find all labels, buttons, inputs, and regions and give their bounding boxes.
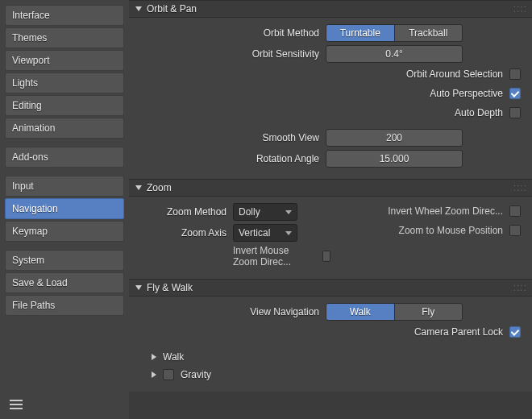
view-nav-option-walk[interactable]: Walk xyxy=(326,304,394,320)
orbit-method-option-turntable[interactable]: Turntable xyxy=(326,25,394,41)
chevron-right-icon xyxy=(152,354,156,360)
drag-grip-icon: :::: xyxy=(513,3,527,15)
panel-header-orbit-pan[interactable]: Orbit & Pan :::: xyxy=(129,0,532,18)
panel-header-fly-walk[interactable]: Fly & Walk :::: xyxy=(129,279,532,297)
sidebar-item-save-load[interactable]: Save & Load xyxy=(5,272,124,293)
orbit-around-selection-label: Orbit Around Selection xyxy=(406,68,503,80)
invert-wheel-zoom-label: Invert Wheel Zoom Direc... xyxy=(388,205,503,217)
sidebar-item-file-paths[interactable]: File Paths xyxy=(5,295,124,316)
sidebar-item-interface[interactable]: Interface xyxy=(5,5,124,26)
sidebar-item-themes[interactable]: Themes xyxy=(5,27,124,48)
sidebar-item-editing[interactable]: Editing xyxy=(5,95,124,116)
sidebar-item-navigation[interactable]: Navigation xyxy=(5,198,124,219)
sidebar-item-add-ons[interactable]: Add-ons xyxy=(5,147,124,168)
panel-body-fly-walk: View Navigation WalkFly Camera Parent Lo… xyxy=(129,297,532,392)
gravity-checkbox[interactable] xyxy=(163,369,174,380)
panel-title: Fly & Walk xyxy=(147,282,193,293)
sidebar-item-lights[interactable]: Lights xyxy=(5,73,124,93)
auto-perspective-label: Auto Perspective xyxy=(430,88,503,99)
drag-grip-icon: :::: xyxy=(513,282,527,293)
panel-title: Orbit & Pan xyxy=(147,3,197,15)
view-nav-option-fly[interactable]: Fly xyxy=(394,304,463,320)
walk-subpanel-header[interactable]: Walk xyxy=(140,348,521,366)
chevron-down-icon xyxy=(135,185,142,190)
sidebar-item-animation[interactable]: Animation xyxy=(5,118,124,139)
zoom-method-label: Zoom Method xyxy=(140,206,233,218)
hamburger-icon xyxy=(10,400,23,409)
rotation-angle-field[interactable]: 15.000 xyxy=(326,150,463,168)
auto-depth-checkbox[interactable] xyxy=(509,107,521,118)
auto-depth-label: Auto Depth xyxy=(455,107,503,118)
preferences-menu-button[interactable] xyxy=(5,395,124,414)
zoom-method-select[interactable]: Dolly xyxy=(233,203,297,221)
view-navigation-segmented: WalkFly xyxy=(326,303,463,321)
camera-parent-lock-checkbox[interactable] xyxy=(509,326,521,338)
panel-title: Zoom xyxy=(147,182,172,193)
panel-body-zoom: Zoom Method Dolly Zoom Axis Vertical Inv… xyxy=(129,197,532,279)
invert-mouse-zoom-label: Invert Mouse Zoom Direc... xyxy=(233,245,316,268)
chevron-down-icon xyxy=(135,6,142,11)
auto-perspective-checkbox[interactable] xyxy=(509,88,521,99)
invert-mouse-zoom-checkbox[interactable] xyxy=(322,251,331,262)
sidebar-item-keymap[interactable]: Keymap xyxy=(5,221,124,242)
smooth-view-field[interactable]: 200 xyxy=(326,129,463,147)
zoom-axis-label: Zoom Axis xyxy=(140,227,233,239)
preferences-sidebar: InterfaceThemesViewportLightsEditingAnim… xyxy=(0,0,129,419)
chevron-down-icon xyxy=(285,231,292,235)
view-navigation-label: View Navigation xyxy=(140,306,326,317)
chevron-right-icon xyxy=(152,371,156,378)
zoom-to-mouse-checkbox[interactable] xyxy=(509,225,521,236)
zoom-to-mouse-label: Zoom to Mouse Position xyxy=(399,225,503,236)
orbit-method-option-trackball[interactable]: Trackball xyxy=(394,25,463,41)
sidebar-item-viewport[interactable]: Viewport xyxy=(5,50,124,71)
preferences-content: Orbit & Pan :::: Orbit Method TurntableT… xyxy=(129,0,532,419)
orbit-method-label: Orbit Method xyxy=(140,27,326,39)
invert-wheel-zoom-checkbox[interactable] xyxy=(509,205,521,217)
chevron-down-icon xyxy=(285,210,292,214)
panel-header-zoom[interactable]: Zoom :::: xyxy=(129,179,532,197)
panel-body-orbit-pan: Orbit Method TurntableTrackball Orbit Se… xyxy=(129,18,532,179)
drag-grip-icon: :::: xyxy=(513,182,527,193)
zoom-axis-select[interactable]: Vertical xyxy=(233,224,297,242)
smooth-view-label: Smooth View xyxy=(140,132,326,143)
rotation-angle-label: Rotation Angle xyxy=(140,153,326,164)
orbit-around-selection-checkbox[interactable] xyxy=(509,68,521,80)
gravity-subpanel-header[interactable]: Gravity xyxy=(140,366,521,384)
camera-parent-lock-label: Camera Parent Lock xyxy=(414,326,503,338)
orbit-sensitivity-label: Orbit Sensitivity xyxy=(140,48,326,60)
sidebar-item-input[interactable]: Input xyxy=(5,176,124,197)
chevron-down-icon xyxy=(135,285,142,290)
sidebar-item-system[interactable]: System xyxy=(5,250,124,271)
orbit-method-segmented: TurntableTrackball xyxy=(326,24,463,42)
orbit-sensitivity-field[interactable]: 0.4° xyxy=(326,45,463,63)
